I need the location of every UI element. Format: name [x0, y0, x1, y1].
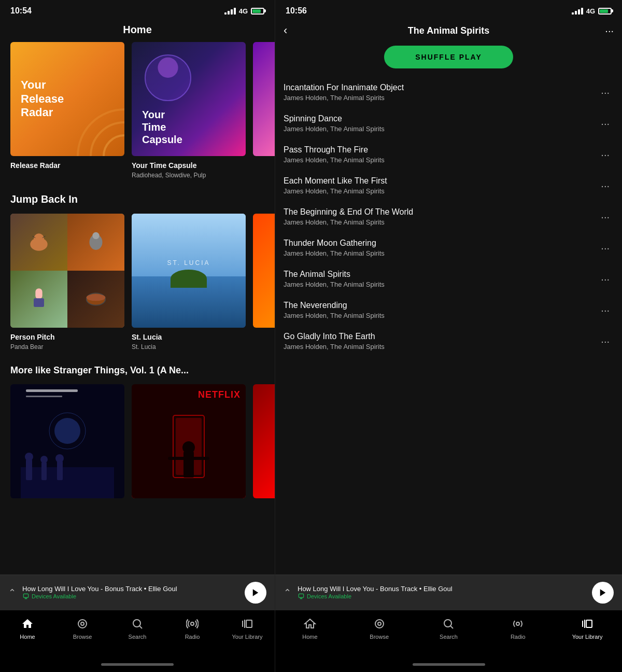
svg-rect-46: [300, 598, 303, 599]
svg-point-4: [158, 58, 178, 78]
left-np-title: How Long Will I Love You - Bonus Track •…: [22, 585, 238, 593]
track-item[interactable]: The Animal Spirits James Holden, The Ani…: [275, 263, 622, 295]
svg-marker-36: [253, 589, 259, 596]
track-name: Pass Through The Fire: [284, 145, 597, 155]
featured-section: YourReleaseRadar Release Radar: [0, 42, 275, 179]
svg-point-31: [182, 441, 195, 454]
st-lucia-image: ST. LUCIA: [132, 214, 246, 328]
track-item[interactable]: The Beginning & End Of The World James H…: [275, 201, 622, 232]
track-name: Spinning Dance: [284, 114, 597, 123]
right-np-chevron-icon: ⌃: [284, 587, 291, 598]
svg-point-37: [78, 620, 87, 628]
svg-rect-16: [21, 467, 114, 498]
right-nav-library[interactable]: Your Library: [553, 617, 622, 640]
track-item[interactable]: The Neverending James Holden, The Animal…: [275, 295, 622, 326]
left-nav-radio[interactable]: Radio: [165, 617, 220, 640]
right-nav-home[interactable]: Home: [275, 617, 345, 640]
svg-rect-30: [183, 452, 194, 478]
left-nav-home[interactable]: Home: [0, 617, 55, 640]
netflix-badge: NETFLIX: [198, 389, 241, 400]
st-lucia-text-overlay: ST. LUCIA: [167, 259, 210, 267]
track-more-button-0[interactable]: ···: [597, 85, 614, 101]
svg-point-1: [91, 122, 124, 156]
track-item[interactable]: Pass Through The Fire James Holden, The …: [275, 139, 622, 170]
track-artist: James Holden, The Animal Spirits: [284, 125, 597, 133]
track-more-button-2[interactable]: ···: [597, 147, 614, 163]
partial-card-1: [253, 42, 275, 179]
track-name: Thunder Moon Gathering: [284, 239, 597, 248]
track-more-button-4[interactable]: ···: [597, 209, 614, 225]
person-pitch-card[interactable]: Person Pitch Panda Bear: [10, 214, 124, 351]
track-more-button-5[interactable]: ···: [597, 240, 614, 256]
track-item[interactable]: Thunder Moon Gathering James Holden, The…: [275, 232, 622, 263]
left-now-playing-bar[interactable]: ⌃ How Long Will I Love You - Bonus Track…: [0, 575, 275, 610]
st-card-2[interactable]: NETFLIX: [132, 384, 246, 503]
right-search-icon: [441, 617, 456, 631]
svg-line-40: [140, 626, 143, 629]
right-browse-icon: [372, 617, 387, 631]
left-nav-search[interactable]: Search: [110, 617, 165, 640]
right-bottom-nav: Home Browse Search Radio Your Library: [275, 610, 622, 656]
svg-point-41: [191, 622, 194, 625]
track-info: Incantation For Inanimate Object James H…: [284, 83, 597, 102]
left-panel: 10:54 4G Home YourRel: [0, 0, 275, 672]
st-card-1[interactable]: [10, 384, 124, 503]
left-status-bar: 10:54 4G: [0, 0, 275, 20]
right-np-info: How Long Will I Love You - Bonus Track •…: [298, 585, 586, 600]
right-play-button[interactable]: [592, 582, 614, 604]
time-capsule-title: Your Time Capsule: [132, 161, 246, 170]
left-nav-browse-label: Browse: [73, 634, 92, 640]
left-np-chevron-icon: ⌃: [8, 587, 16, 598]
track-info: Pass Through The Fire James Holden, The …: [284, 145, 597, 164]
jump-back-title: Jump Back In: [0, 193, 275, 214]
track-name: Go Gladly Into The Earth: [284, 332, 597, 341]
shuffle-play-button[interactable]: SHUFFLE PLAY: [384, 46, 513, 68]
st-card-1-graphic: [10, 384, 124, 498]
track-name: Each Moment Like The First: [284, 176, 597, 186]
right-nav-library-label: Your Library: [572, 634, 603, 640]
release-radar-title: Release Radar: [10, 161, 124, 170]
right-nav-browse[interactable]: Browse: [345, 617, 414, 640]
track-more-button-8[interactable]: ···: [597, 333, 614, 349]
svg-marker-47: [600, 589, 606, 596]
figure-icon: [26, 286, 52, 312]
right-network: 4G: [586, 7, 595, 15]
svg-point-22: [40, 456, 48, 463]
st-lucia-card[interactable]: ST. LUCIA St. Lucia St. Lucia: [132, 214, 246, 351]
partial-card-2: [253, 214, 275, 351]
right-now-playing-bar[interactable]: ⌃ How Long Will I Love You - Bonus Track…: [275, 575, 622, 610]
track-more-button-3[interactable]: ···: [597, 178, 614, 194]
left-nav-browse[interactable]: Browse: [55, 617, 110, 640]
track-more-button-1[interactable]: ···: [597, 116, 614, 132]
track-more-button-7[interactable]: ···: [597, 302, 614, 318]
right-battery-icon: [598, 8, 612, 15]
right-nav-radio[interactable]: Radio: [483, 617, 553, 640]
person-pitch-title: Person Pitch: [10, 333, 124, 341]
track-artist: James Holden, The Animal Spirits: [284, 281, 597, 288]
left-nav-library[interactable]: Your Library: [220, 617, 275, 640]
svg-rect-45: [299, 594, 303, 597]
time-capsule-card[interactable]: YourTimeCapsule Your Time Capsule Radioh…: [132, 42, 246, 179]
svg-line-51: [451, 626, 454, 629]
svg-point-39: [133, 620, 140, 627]
track-item[interactable]: Go Gladly Into The Earth James Holden, T…: [275, 326, 622, 357]
left-bottom-nav: Home Browse Search Radio Your Library: [0, 610, 275, 656]
track-artist: James Holden, The Animal Spirits: [284, 94, 597, 102]
st-lucia-title: St. Lucia: [132, 333, 246, 341]
release-radar-card[interactable]: YourReleaseRadar Release Radar: [10, 42, 124, 179]
track-item[interactable]: Incantation For Inanimate Object James H…: [275, 77, 622, 108]
svg-rect-21: [41, 462, 47, 480]
track-more-button-6[interactable]: ···: [597, 271, 614, 287]
track-item[interactable]: Each Moment Like The First James Holden,…: [275, 170, 622, 201]
st-card-2-image: NETFLIX: [132, 384, 246, 498]
back-button[interactable]: ‹: [284, 24, 302, 37]
person-pitch-image: [10, 214, 124, 328]
svg-point-18: [54, 418, 80, 444]
left-play-button[interactable]: [245, 582, 266, 604]
right-nav-search[interactable]: Search: [414, 617, 484, 640]
right-header: ‹ The Animal Spirits ···: [275, 20, 622, 44]
left-page-title: Home: [0, 20, 275, 42]
track-item[interactable]: Spinning Dance James Holden, The Animal …: [275, 108, 622, 139]
more-options-button[interactable]: ···: [605, 25, 614, 37]
right-home-icon: [303, 617, 317, 631]
